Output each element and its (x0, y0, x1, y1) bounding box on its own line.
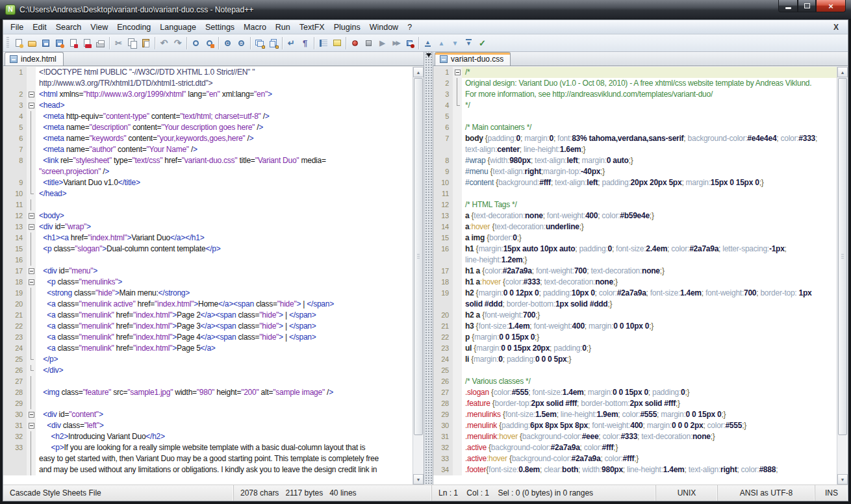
toolbar-grip (6, 37, 9, 49)
close-button[interactable]: × (816, 0, 846, 12)
line-number: 14 (3, 233, 27, 244)
paste-button[interactable] (140, 37, 152, 49)
move-down-button[interactable]: ▼ (449, 37, 461, 49)
menu-item-plugins[interactable]: Plugins (329, 21, 365, 33)
left-code-area[interactable]: 1<!DOCTYPE html PUBLIC "-//W3C//DTD XHTM… (3, 67, 413, 485)
fold-toggle-icon[interactable] (29, 224, 34, 230)
menu-item-settings[interactable]: Settings (201, 21, 239, 33)
splitter-collapse-icon[interactable] (426, 53, 431, 57)
fold-line (31, 177, 31, 188)
mdi-close-document-button[interactable]: X (827, 23, 845, 32)
macro-save-button[interactable] (403, 37, 416, 49)
code-line: 19 <strong class="hide">Main menu:</stro… (3, 288, 413, 299)
tab-index-html[interactable]: index.html (5, 52, 64, 66)
menu-item-macro[interactable]: Macro (239, 21, 271, 33)
scrollbar-track[interactable] (413, 77, 424, 474)
menu-item-file[interactable]: File (6, 21, 28, 33)
menu-item-language[interactable]: Language (155, 21, 201, 33)
print-button[interactable] (94, 37, 107, 49)
show-all-characters-button[interactable]: ¶ (299, 37, 311, 49)
macro-record-button[interactable] (349, 37, 361, 49)
close-button[interactable] (67, 37, 79, 49)
sync-horizontal-scroll-button[interactable] (267, 37, 279, 49)
menu-item-view[interactable]: View (86, 21, 112, 33)
tab-label: index.html (21, 55, 57, 64)
menu-item-run[interactable]: Run (271, 21, 295, 33)
fold-toggle-icon[interactable] (29, 279, 34, 285)
save-all-button[interactable] (53, 37, 66, 49)
sort-descending-button[interactable]: ▼ (463, 37, 475, 49)
code-line: 11 (433, 188, 837, 199)
fold-toggle-icon[interactable] (29, 103, 34, 108)
redo-button[interactable]: ↷ (171, 37, 184, 49)
right-vertical-scrollbar[interactable]: ▲ ▼ (837, 67, 848, 485)
fold-toggle-icon[interactable] (29, 92, 34, 97)
fold-margin (453, 343, 462, 354)
macro-run-multiple-button[interactable]: ▶▶ (390, 37, 402, 49)
menu-item-edit[interactable]: Edit (28, 21, 51, 33)
copy-button[interactable] (126, 37, 138, 49)
scrollbar-thumb[interactable] (838, 78, 847, 435)
open-file-button[interactable] (26, 37, 38, 49)
code-text (36, 199, 413, 210)
right-code-area[interactable]: 1/*2Original design: Variant Duo (v1.0 -… (433, 67, 837, 485)
menu-item-window[interactable]: Window (365, 21, 403, 33)
user-defined-dialog-button[interactable] (331, 37, 343, 49)
undo-button[interactable]: ↶ (158, 37, 170, 49)
status-typing-mode[interactable]: INS (815, 485, 848, 501)
close-all-button[interactable] (81, 37, 93, 49)
fold-line (31, 431, 31, 442)
new-file-button[interactable] (12, 37, 25, 49)
scroll-down-arrow-icon[interactable]: ▼ (837, 474, 848, 485)
menu-item-textfx[interactable]: TextFX (295, 21, 329, 33)
spell-check-button[interactable]: ✓ (476, 37, 489, 49)
cut-button[interactable]: ✂ (112, 37, 125, 49)
code-line: 16 (3, 255, 413, 266)
line-number: 27 (3, 376, 27, 387)
macro-playback-button[interactable]: ▶ (376, 37, 388, 49)
word-wrap-button[interactable]: ↵ (285, 37, 298, 49)
save-button[interactable] (40, 37, 52, 49)
indent-guide-button[interactable] (317, 37, 329, 49)
sort-ascending-button[interactable]: ▲ (422, 37, 434, 49)
find-button[interactable] (190, 37, 202, 49)
left-view: index.html 1<!DOCTYPE html PUBLIC "-//W3… (3, 52, 424, 485)
code-line: 30 <div id="content"> (3, 409, 413, 420)
line-number: 13 (433, 210, 453, 221)
fold-toggle-icon[interactable] (29, 268, 34, 274)
tab-variant-duo-css[interactable]: variant-duo.css (435, 52, 511, 66)
view-splitter[interactable] (424, 52, 433, 485)
scrollbar-thumb[interactable] (414, 78, 423, 435)
restore-button[interactable] (798, 0, 816, 12)
status-eol-format[interactable]: UNIX (656, 485, 718, 501)
fold-line (31, 376, 31, 387)
scrollbar-track[interactable] (837, 77, 848, 474)
macro-stop-button[interactable] (362, 37, 375, 49)
move-up-button[interactable]: ▲ (435, 37, 448, 49)
left-editor[interactable]: 1<!DOCTYPE html PUBLIC "-//W3C//DTD XHTM… (3, 66, 424, 485)
replace-button[interactable] (203, 37, 216, 49)
left-vertical-scrollbar[interactable]: ▲ ▼ (413, 67, 424, 485)
line-number (3, 78, 27, 89)
status-encoding[interactable]: ANSI as UTF-8 (718, 485, 815, 501)
menu-item-encoding[interactable]: Encoding (112, 21, 155, 33)
fold-toggle-icon[interactable] (29, 213, 34, 219)
zoom-in-button[interactable]: + (222, 37, 234, 49)
fold-toggle-icon[interactable] (455, 69, 461, 75)
scroll-up-arrow-icon[interactable]: ▲ (413, 67, 424, 77)
right-editor[interactable]: 1/*2Original design: Variant Duo (v1.0 -… (433, 66, 848, 485)
line-number: 2 (433, 78, 453, 89)
saved-document-icon (10, 55, 18, 63)
fold-toggle-icon[interactable] (29, 423, 34, 429)
menu-item-[interactable]: ? (403, 21, 416, 33)
code-line: 32 <h2>Introducing Variant Duo</h2> (3, 431, 413, 442)
zoom-out-button[interactable]: − (235, 37, 248, 49)
minimize-button[interactable] (778, 0, 798, 12)
scroll-down-arrow-icon[interactable]: ▼ (413, 474, 424, 485)
sync-vertical-scroll-button[interactable] (253, 37, 266, 49)
code-line: 16h1 {margin:15px auto 10px auto; paddin… (433, 244, 837, 255)
scroll-up-arrow-icon[interactable]: ▲ (837, 67, 848, 77)
menu-item-search[interactable]: Search (51, 21, 86, 33)
fold-toggle-icon[interactable] (29, 412, 34, 418)
code-line: 31 <div class="left"> (3, 420, 413, 431)
